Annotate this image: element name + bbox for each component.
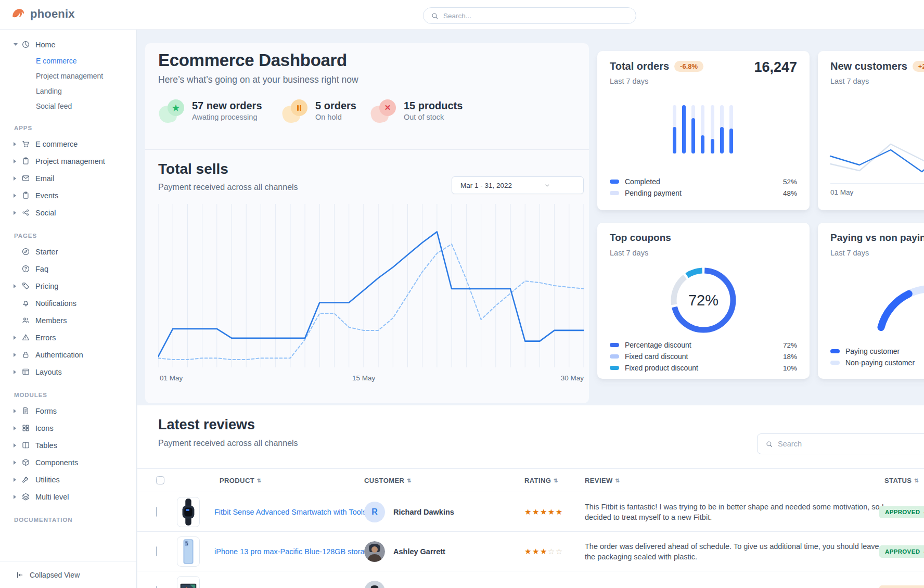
sidebar-item-notifications[interactable]: Notifications	[0, 295, 136, 312]
row-checkbox[interactable]	[156, 586, 157, 588]
x-axis-label: 01 May	[160, 374, 183, 382]
review-text: It’s a Mac, after all. Once you’ve gone …	[585, 586, 884, 588]
collapsed-view-toggle[interactable]: Collapsed View	[0, 561, 136, 588]
sidebar-item-multi-level[interactable]: Multi level	[0, 488, 136, 505]
layout-icon	[21, 367, 30, 376]
chevron-right-icon	[14, 284, 21, 288]
legend-label: Percentage discount	[625, 341, 691, 349]
legend-swatch	[610, 191, 619, 195]
grid-icon	[21, 424, 30, 432]
sidebar-item-pricing[interactable]: Pricing	[0, 277, 136, 295]
column-header-status[interactable]: STATUS⇅	[884, 469, 919, 492]
sidebar-item-email[interactable]: Email	[0, 170, 136, 187]
pie-chart-icon	[21, 40, 30, 49]
legend-item-percentage-discount: Percentage discount 72%	[610, 339, 797, 351]
sidebar-item-faq[interactable]: Faq	[0, 260, 136, 277]
sidebar-item-ecommerce[interactable]: E commerce	[0, 53, 136, 68]
sidebar-item-starter[interactable]: Starter	[0, 243, 136, 260]
legend-label: Paying customer	[845, 347, 900, 355]
stat-caption: On hold	[315, 113, 356, 121]
legend-label: Fixed card discount	[625, 352, 688, 361]
sidebar-item-authentication[interactable]: Authentication	[0, 346, 136, 363]
sidebar-item-label: Project management	[35, 157, 105, 165]
status-badge: PENDING…	[879, 585, 924, 588]
new-customers-card: New customers +26.5% Last 7 days 01 May	[818, 51, 924, 210]
avatar[interactable]	[364, 541, 385, 562]
order-bar	[720, 105, 724, 154]
sidebar-item-tables[interactable]: Tables	[0, 437, 136, 454]
sidebar-item-forms[interactable]: Forms	[0, 402, 136, 419]
stat-caption: Out of stock	[404, 113, 463, 121]
sidebar-item-components[interactable]: Components	[0, 454, 136, 471]
column-header-rating[interactable]: RATING⇅	[524, 469, 558, 492]
reviews-search-input[interactable]	[778, 440, 924, 448]
coupons-donut-chart: 72%	[670, 266, 737, 334]
select-all-checkbox[interactable]	[156, 476, 164, 484]
sort-icon: ⇅	[554, 478, 558, 483]
sidebar-item-ecommerce-app[interactable]: E commerce	[0, 135, 136, 152]
chevron-right-icon	[14, 443, 21, 448]
sidebar-item-members[interactable]: Members	[0, 312, 136, 329]
sidebar-item-errors[interactable]: Errors	[0, 329, 136, 346]
sidebar-item-project-management-app[interactable]: Project management	[0, 152, 136, 170]
tag-icon	[21, 282, 30, 290]
avatar[interactable]	[364, 581, 385, 588]
review-table-row: Apple MacBook Pro 13 inch-M1-8/256GB-spa…	[137, 571, 924, 588]
sidebar-item-events[interactable]: Events	[0, 187, 136, 204]
row-checkbox[interactable]	[156, 546, 157, 556]
chevron-down-icon	[14, 43, 21, 46]
phoenix-logo[interactable]: phoenix	[10, 6, 75, 22]
trend-badge: +26.5%	[913, 61, 924, 72]
top-coupons-card: Top coupons Last 7 days 72% Percentage d…	[597, 223, 810, 379]
chevron-right-icon	[14, 336, 21, 340]
sidebar-item-layouts[interactable]: Layouts	[0, 363, 136, 380]
sidebar-item-label: Forms	[35, 407, 57, 415]
ecommerce-dashboard-page: phoenix Home E commerce Project manageme…	[0, 0, 924, 588]
legend-value: 48%	[783, 189, 797, 197]
sidebar-item-label: Email	[35, 174, 54, 183]
sidebar-item-social[interactable]: Social	[0, 204, 136, 221]
order-bar	[682, 105, 686, 154]
product-link[interactable]: Fitbit Sense Advanced Smartwatch with To…	[214, 508, 381, 516]
product-image-macbook[interactable]	[177, 576, 200, 588]
total-sells-chart	[158, 204, 584, 370]
dashboard-hero-card: Ecommerce Dashboard Here’s what’s going …	[145, 43, 589, 403]
sidebar-item-landing[interactable]: Landing	[0, 83, 136, 98]
product-image-fitbit[interactable]	[177, 497, 200, 527]
avatar[interactable]: R	[364, 502, 385, 522]
sidebar-item-home[interactable]: Home	[0, 36, 136, 53]
sidebar-item-social-feed[interactable]: Social feed	[0, 98, 136, 113]
legend-value: 10%	[783, 364, 797, 372]
legend-item-fixed-product-discount: Fixed product discount 10%	[610, 362, 797, 374]
column-header-customer[interactable]: CUSTOMER⇅	[364, 469, 412, 492]
legend-item-completed: Completed 52%	[610, 176, 797, 187]
stat-value: 5 orders	[315, 99, 356, 112]
card-period: Last 7 days	[830, 77, 869, 85]
card-title: New customers	[830, 60, 907, 72]
latest-reviews-section: Latest reviews Payment received across a…	[137, 405, 924, 588]
sidebar-item-project-management[interactable]: Project management	[0, 68, 136, 83]
search-icon	[765, 440, 773, 448]
column-header-review[interactable]: REVIEW⇅	[585, 469, 620, 492]
sidebar-item-label: Pricing	[35, 282, 58, 290]
search-icon	[431, 12, 439, 20]
column-header-product[interactable]: PRODUCT⇅	[220, 469, 262, 492]
sidebar-item-utilities[interactable]: Utilities	[0, 471, 136, 488]
total-sells-title: Total sells	[158, 161, 228, 177]
sidebar-item-icons[interactable]: Icons	[0, 419, 136, 437]
layers-icon	[21, 492, 30, 501]
legend-label: Completed	[625, 177, 660, 186]
row-checkbox[interactable]	[156, 507, 157, 517]
clipboard-icon	[21, 191, 30, 200]
product-image-iphone[interactable]	[177, 536, 200, 567]
global-search-input[interactable]	[443, 12, 636, 20]
legend-swatch	[610, 354, 619, 359]
product-link[interactable]: iPhone 13 pro max-Pacific Blue-128GB sto…	[214, 547, 373, 556]
card-period: Last 7 days	[830, 249, 869, 257]
legend-swatch	[610, 343, 619, 347]
date-range-select[interactable]: Mar 1 - 31, 2022	[452, 176, 584, 194]
sidebar-item-label: Social	[35, 209, 56, 217]
legend-swatch	[610, 180, 619, 184]
customer-name: Richard Dawkins	[393, 508, 454, 516]
rating-stars: ★★★★★	[524, 507, 563, 517]
